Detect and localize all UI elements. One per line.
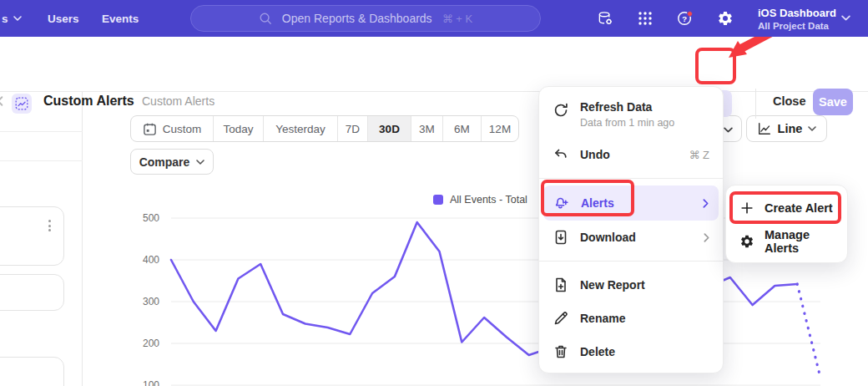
report-header: Custom Alerts Custom Alerts GV Duplicate…: [0, 37, 868, 92]
menu-label: Alerts: [581, 196, 614, 210]
settings-icon[interactable]: [717, 10, 734, 27]
submenu-item-create-alert[interactable]: Create Alert: [726, 191, 847, 225]
alerts-submenu: Create Alert Manage Alerts: [725, 185, 848, 263]
submenu-chevron-icon: [704, 233, 709, 242]
refresh-icon: [553, 102, 569, 119]
bell-plus-icon: [553, 195, 570, 211]
menu-item-undo[interactable]: Undo ⌘ Z: [539, 138, 723, 171]
chevron-down-icon: [13, 16, 22, 21]
svg-text:500: 500: [143, 212, 159, 224]
svg-text:300: 300: [143, 296, 159, 307]
menu-shortcut: ⌘ Z: [689, 149, 709, 161]
menu-item-download[interactable]: Download: [539, 221, 723, 254]
sidebar-card[interactable]: [0, 357, 64, 386]
panel-collapse-icon[interactable]: [0, 96, 3, 106]
date-range-yesterday[interactable]: Yesterday: [263, 116, 337, 141]
submenu-chevron-icon: [703, 199, 709, 208]
date-range-7d[interactable]: 7D: [337, 116, 367, 141]
menu-item-refresh-data[interactable]: Refresh Data Data from 1 min ago: [539, 94, 723, 138]
kebab-menu-icon[interactable]: [48, 220, 51, 231]
line-chart-icon: [757, 121, 772, 136]
chevron-down-icon: [196, 160, 204, 165]
menu-label: Undo: [580, 148, 610, 161]
download-icon: [553, 229, 569, 246]
nav-item-events[interactable]: Events: [102, 0, 139, 37]
date-range-12m[interactable]: 12M: [481, 116, 518, 141]
svg-text:100: 100: [143, 379, 159, 386]
data-management-icon[interactable]: [597, 10, 613, 27]
sidebar-card[interactable]: [0, 274, 64, 311]
date-range-3m[interactable]: 3M: [411, 116, 442, 141]
date-range-today[interactable]: Today: [213, 116, 263, 141]
page-title: Custom Alerts: [43, 74, 134, 129]
submenu-label: Manage Alerts: [765, 228, 834, 255]
chevron-down-icon: [724, 127, 733, 133]
menu-item-new-report[interactable]: New Report: [539, 268, 723, 302]
search-input[interactable]: Open Reports & Dashboards ⌘ + K: [190, 5, 541, 32]
left-sidebar: [0, 92, 83, 386]
chart-legend[interactable]: All Events - Total: [433, 194, 527, 206]
help-icon[interactable]: ?: [677, 10, 694, 27]
gear-icon: [739, 234, 754, 249]
undo-icon: [553, 146, 569, 163]
menu-sublabel: Data from 1 min ago: [580, 117, 674, 129]
new-report-icon: [553, 277, 569, 293]
svg-text:200: 200: [143, 338, 159, 349]
legend-swatch: [433, 195, 443, 205]
apps-grid-icon[interactable]: [637, 10, 654, 27]
sidebar-divider: [0, 160, 83, 161]
menu-item-rename[interactable]: Rename: [539, 302, 723, 335]
svg-text:400: 400: [143, 254, 159, 266]
sidebar-divider: [0, 131, 83, 132]
date-range-30d-selected[interactable]: 30D: [367, 116, 411, 141]
save-button[interactable]: Save: [813, 89, 853, 115]
submenu-label: Create Alert: [765, 201, 833, 215]
report-options-menu: Refresh Data Data from 1 min ago Undo ⌘ …: [538, 86, 724, 373]
project-chevron-icon[interactable]: [841, 15, 850, 21]
menu-item-alerts[interactable]: Alerts: [543, 185, 719, 221]
breadcrumb: Custom Alerts: [142, 74, 214, 129]
menu-separator: [539, 178, 723, 179]
chevron-down-icon: [808, 126, 816, 131]
menu-label: Delete: [580, 345, 615, 358]
nav-truncated-label: s: [2, 13, 8, 25]
close-button[interactable]: Close: [773, 74, 806, 129]
header-divider: [755, 89, 756, 119]
menu-label: Rename: [580, 312, 625, 325]
nav-item-users[interactable]: Users: [48, 0, 79, 37]
sidebar-card[interactable]: [0, 206, 64, 266]
plus-icon: [739, 201, 754, 216]
pencil-icon: [553, 310, 569, 327]
menu-label: Refresh Data: [580, 100, 674, 114]
menu-item-delete[interactable]: Delete: [539, 335, 723, 368]
project-name: iOS Dashboard: [758, 7, 836, 19]
menu-label: Download: [580, 231, 636, 244]
trash-icon: [553, 343, 569, 360]
legend-label: All Events - Total: [450, 194, 527, 206]
top-navigation-bar: s Users Events Open Reports & Dashboards…: [0, 0, 868, 37]
project-selector[interactable]: iOS Dashboard All Project Data: [758, 0, 836, 37]
search-icon: [259, 12, 272, 25]
search-shortcut: ⌘ + K: [442, 13, 473, 25]
menu-separator: [539, 261, 723, 262]
date-range-6m[interactable]: 6M: [442, 116, 481, 141]
menu-label: New Report: [580, 278, 645, 292]
search-placeholder: Open Reports & Dashboards: [282, 12, 432, 25]
project-scope: All Project Data: [758, 21, 836, 31]
nav-item-truncated[interactable]: s: [2, 0, 22, 37]
compare-button[interactable]: Compare: [130, 149, 214, 175]
svg-text:?: ?: [682, 14, 687, 23]
report-type-icon: [12, 94, 32, 114]
submenu-item-manage-alerts[interactable]: Manage Alerts: [726, 225, 847, 258]
